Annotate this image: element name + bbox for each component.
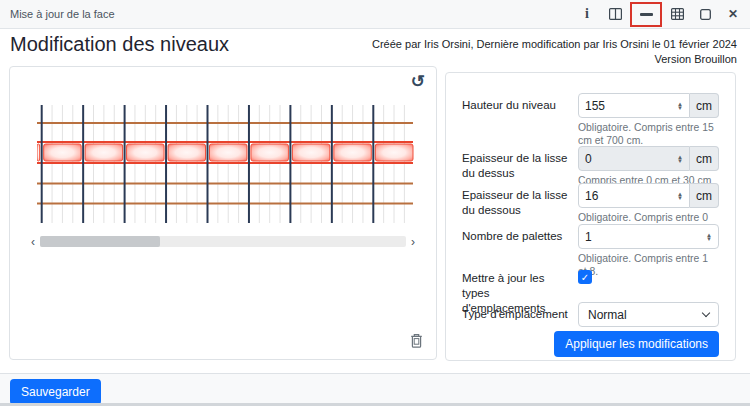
table-grid-icon[interactable]: [664, 2, 690, 26]
spinner-icon[interactable]: ▲▼: [677, 102, 683, 110]
apply-modifications-button[interactable]: Appliquer les modifications: [554, 331, 719, 357]
spinner-icon[interactable]: ▲▼: [677, 192, 683, 200]
level-form-panel: Hauteur du niveau ▲▼ cm Obligatoire. Com…: [445, 72, 736, 361]
scrollbar-thumb[interactable]: [40, 236, 160, 247]
info-icon[interactable]: i: [574, 2, 600, 26]
save-button[interactable]: Sauvegarder: [10, 379, 101, 405]
highlight-annotation: [630, 2, 662, 27]
rack-diagram-panel: ↺ ‹ ›: [9, 66, 437, 360]
field-label: Hauteur du niveau: [462, 93, 578, 148]
delete-level-icon[interactable]: [410, 333, 423, 352]
record-meta: Créée par Iris Orsini, Dernière modifica…: [372, 37, 737, 68]
field-row-type-emplacement: Type d'emplacement Normal: [462, 302, 719, 327]
field-label: Type d'emplacement: [462, 302, 578, 327]
lisse-dessous-input[interactable]: [585, 189, 655, 203]
field-help: Obligatoire. Compris entre 15 cm et 700 …: [578, 121, 719, 148]
maximize-icon[interactable]: [692, 2, 718, 26]
spinner-icon[interactable]: ▲▼: [706, 233, 712, 241]
scrollbar-track[interactable]: [40, 236, 406, 247]
field-label: Epaisseur de la lisse du dessus: [462, 146, 578, 187]
select-value: Normal: [588, 308, 627, 322]
scroll-left-icon[interactable]: ‹: [28, 236, 38, 248]
unit-addon: cm: [690, 146, 719, 171]
window-title: Mise à jour de la face: [0, 8, 573, 20]
close-icon[interactable]: ✕: [720, 2, 746, 26]
hauteur-niveau-input[interactable]: [585, 99, 655, 113]
rack-diagram[interactable]: [37, 105, 414, 225]
update-types-checkbox[interactable]: ✓: [578, 270, 592, 284]
field-row-hauteur: Hauteur du niveau ▲▼ cm Obligatoire. Com…: [462, 93, 719, 148]
lisse-dessus-input: [585, 152, 655, 166]
diagram-hscrollbar: ‹ ›: [28, 235, 418, 248]
titlebar-actions: i ✕: [573, 2, 750, 27]
footer-bar: Sauvegarder: [0, 373, 750, 406]
window-titlebar: Mise à jour de la face i ✕: [0, 0, 750, 29]
nombre-palettes-input[interactable]: [585, 230, 655, 244]
unit-addon: cm: [690, 183, 719, 208]
field-row-lisse-dessus: Epaisseur de la lisse du dessus ▲▼ cm Co…: [462, 146, 719, 187]
scroll-right-icon[interactable]: ›: [408, 236, 418, 248]
page-title: Modification des niveaux: [10, 33, 229, 56]
meta-created-line: Créée par Iris Orsini, Dernière modifica…: [372, 37, 737, 52]
apply-row: Appliquer les modifications: [462, 331, 719, 357]
chevron-down-icon: [702, 309, 710, 317]
spinner-icon: ▲▼: [677, 155, 683, 163]
type-emplacement-select[interactable]: Normal: [578, 302, 719, 327]
minimize-icon[interactable]: [633, 2, 659, 26]
unit-addon: cm: [690, 93, 719, 118]
split-columns-icon[interactable]: [602, 2, 628, 26]
reset-view-icon[interactable]: ↺: [411, 73, 425, 90]
